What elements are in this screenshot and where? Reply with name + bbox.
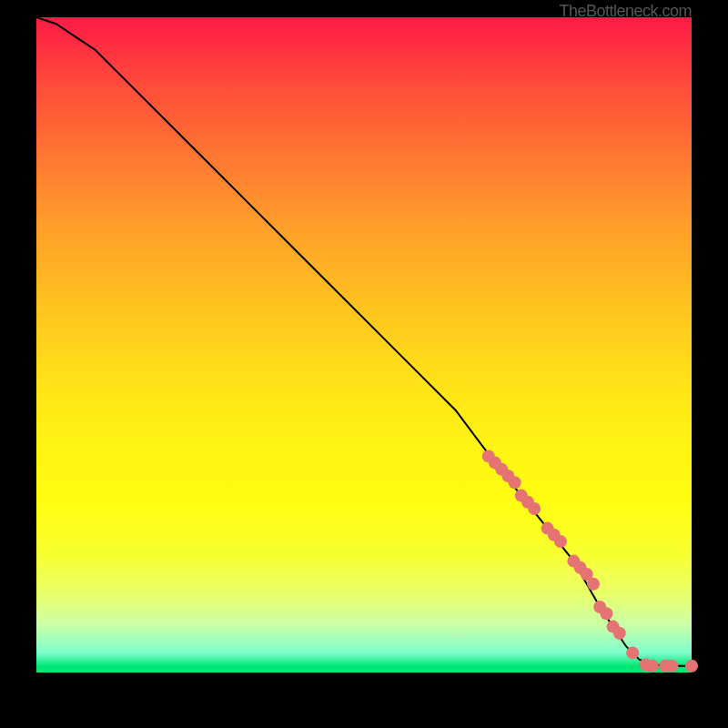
data-point — [685, 660, 698, 672]
marker-layer — [482, 450, 698, 672]
data-point — [554, 535, 567, 548]
plot-area — [36, 17, 692, 672]
chart-svg — [36, 17, 692, 672]
bottleneck-curve — [36, 17, 692, 666]
data-point — [587, 578, 600, 591]
data-point — [613, 627, 626, 640]
data-point — [509, 476, 521, 489]
curve-layer — [36, 17, 692, 666]
chart-frame: TheBottleneck.com — [0, 0, 728, 728]
data-point — [600, 607, 612, 620]
data-point — [626, 646, 639, 659]
data-point — [665, 660, 678, 672]
data-point — [646, 660, 659, 672]
data-point — [528, 502, 541, 515]
